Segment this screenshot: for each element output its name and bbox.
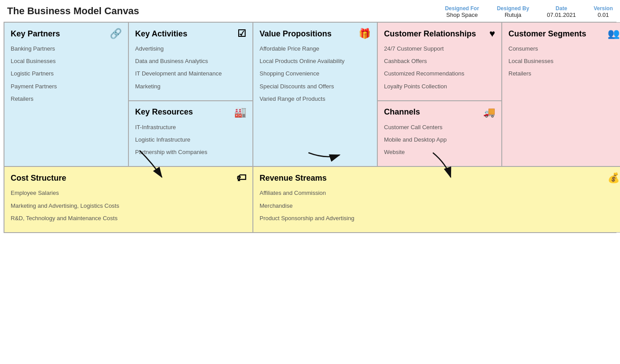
key-activities-item-3: Marketing xyxy=(135,83,246,91)
channels-item-1: Mobile and Desktop App xyxy=(384,136,495,144)
key-activities-cell: Key Activities ☑ Advertising Data and Bu… xyxy=(128,22,253,101)
customer-relationships-icon: ♥ xyxy=(489,28,495,40)
designed-by-value: Rutuja xyxy=(504,12,521,18)
revenue-streams-item-2: Product Sponsorship and Advertising xyxy=(260,214,620,222)
key-resources-item-2: Partnership with Companies xyxy=(135,148,246,156)
channels-item-2: Website xyxy=(384,148,495,156)
customer-segments-cell: Customer Segments 👥 Consumers Local Busi… xyxy=(502,22,620,166)
date-value: 07.01.2021 xyxy=(547,12,576,18)
canvas-wrapper: Key Partners 🔗 Banking Partners Local Bu… xyxy=(2,22,618,233)
key-resources-title: Key Resources 🏭 xyxy=(135,107,246,118)
channels-cell: Channels 🚚 Customer Call Centers Mobile … xyxy=(377,101,502,167)
key-partners-item-2: Logistic Partners xyxy=(11,70,122,78)
cost-structure-cell: Cost Structure 🏷 Employee Salaries Marke… xyxy=(4,166,253,233)
designed-by-label: Designed By xyxy=(497,5,529,12)
version-field: Version 0.01 xyxy=(594,5,613,18)
customer-relationships-cell: Customer Relationships ♥ 24/7 Customer S… xyxy=(377,22,502,101)
cost-structure-title: Cost Structure 🏷 xyxy=(11,172,246,184)
channels-title: Channels 🚚 xyxy=(384,107,495,118)
cost-structure-item-1: Marketing and Advertising, Logistics Cos… xyxy=(11,202,246,210)
value-propositions-item-4: Varied Range of Products xyxy=(260,95,371,103)
customer-relationships-title: Customer Relationships ♥ xyxy=(384,28,495,40)
value-propositions-item-1: Local Products Online Availability xyxy=(260,57,371,65)
cost-structure-item-0: Employee Salaries xyxy=(11,189,246,197)
key-partners-title: Key Partners 🔗 xyxy=(11,28,122,40)
customer-segments-item-1: Local Businesses xyxy=(508,57,620,65)
designed-by: Designed By Rutuja xyxy=(497,5,529,18)
page-title: The Business Model Canvas xyxy=(7,5,139,17)
key-partners-item-1: Local Businesses xyxy=(11,57,122,65)
page-header: The Business Model Canvas Designed For S… xyxy=(0,0,620,22)
customer-segments-item-2: Retailers xyxy=(508,70,620,78)
designed-for-value: Shop Space xyxy=(446,12,478,18)
cost-structure-item-2: R&D, Technology and Maintenance Costs xyxy=(11,214,246,222)
key-partners-item-3: Payment Partners xyxy=(11,83,122,91)
value-propositions-item-0: Affordable Price Range xyxy=(260,45,371,53)
designed-for: Designed For Shop Space xyxy=(445,5,479,18)
value-propositions-item-2: Shopping Convenience xyxy=(260,70,371,78)
revenue-streams-title: Revenue Streams 💰 xyxy=(260,172,620,184)
value-propositions-icon: 🎁 xyxy=(359,28,371,40)
key-resources-cell: Key Resources 🏭 IT-Infrastructure Logist… xyxy=(128,101,253,167)
key-activities-item-0: Advertising xyxy=(135,45,246,53)
version-label: Version xyxy=(594,5,613,12)
customer-segments-icon: 👥 xyxy=(608,28,620,40)
key-activities-item-2: IT Development and Maintenance xyxy=(135,70,246,78)
key-resources-item-1: Logistic Infrastructure xyxy=(135,136,246,144)
key-resources-item-0: IT-Infrastructure xyxy=(135,123,246,131)
customer-relationships-item-3: Loyalty Points Collection xyxy=(384,83,495,91)
key-activities-item-1: Data and Business Analytics xyxy=(135,57,246,65)
customer-relationships-item-1: Cashback Offers xyxy=(384,57,495,65)
revenue-streams-cell: Revenue Streams 💰 Affiliates and Commiss… xyxy=(253,166,620,233)
customer-segments-item-0: Consumers xyxy=(508,45,620,53)
key-partners-item-0: Banking Partners xyxy=(11,45,122,53)
key-activities-icon: ☑ xyxy=(237,28,246,40)
customer-relationships-item-0: 24/7 Customer Support xyxy=(384,45,495,53)
revenue-streams-item-0: Affiliates and Commission xyxy=(260,189,620,197)
value-propositions-item-3: Special Discounts and Offers xyxy=(260,83,371,91)
key-partners-cell: Key Partners 🔗 Banking Partners Local Bu… xyxy=(4,22,128,166)
designed-for-label: Designed For xyxy=(445,5,479,12)
cost-structure-icon: 🏷 xyxy=(236,172,246,184)
key-resources-icon: 🏭 xyxy=(234,107,246,118)
version-value: 0.01 xyxy=(598,12,609,18)
customer-relationships-item-2: Customized Recommendations xyxy=(384,70,495,78)
revenue-streams-item-1: Merchandise xyxy=(260,202,620,210)
key-partners-icon: 🔗 xyxy=(110,28,122,40)
canvas-grid: Key Partners 🔗 Banking Partners Local Bu… xyxy=(4,22,616,233)
channels-icon: 🚚 xyxy=(483,107,495,118)
key-activities-title: Key Activities ☑ xyxy=(135,28,246,40)
key-partners-item-4: Retailers xyxy=(11,95,122,103)
header-meta: Designed For Shop Space Designed By Rutu… xyxy=(445,5,613,18)
channels-item-0: Customer Call Centers xyxy=(384,123,495,131)
revenue-streams-icon: 💰 xyxy=(608,172,620,184)
value-propositions-cell: Value Propositions 🎁 Affordable Price Ra… xyxy=(253,22,377,166)
date-field: Date 07.01.2021 xyxy=(547,5,576,18)
value-propositions-title: Value Propositions 🎁 xyxy=(260,28,371,40)
customer-segments-title: Customer Segments 👥 xyxy=(508,28,620,40)
date-label: Date xyxy=(556,5,567,12)
